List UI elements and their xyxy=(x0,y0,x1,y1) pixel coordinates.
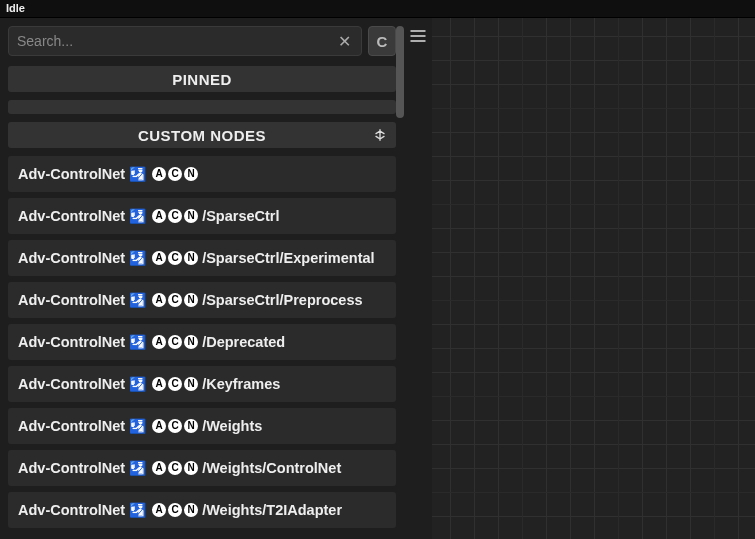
search-row: ✕ C xyxy=(8,26,396,56)
badge-circle: N xyxy=(184,293,198,307)
titlebar: Idle xyxy=(0,0,755,18)
section-custom-label: CUSTOM NODES xyxy=(138,127,266,144)
badge-circle: A xyxy=(152,251,166,265)
node-badges: ACN xyxy=(152,251,198,265)
sidebar: ✕ C PINNED CUSTOM NODES Adv-ControlNet🛂A… xyxy=(0,18,404,539)
node-badges: ACN xyxy=(152,377,198,391)
badge-circle: N xyxy=(184,209,198,223)
node-prefix: Adv-ControlNet xyxy=(18,376,125,392)
node-badges: ACN xyxy=(152,293,198,307)
node-suffix: /Keyframes xyxy=(202,376,280,392)
badge-circle: N xyxy=(184,251,198,265)
search-box[interactable]: ✕ xyxy=(8,26,362,56)
node-prefix: Adv-ControlNet xyxy=(18,250,125,266)
node-item[interactable]: Adv-ControlNet🛂ACN/Weights xyxy=(8,408,396,444)
collapse-label: C xyxy=(377,33,388,50)
badge-circle: C xyxy=(168,461,182,475)
passport-control-icon: 🛂 xyxy=(129,166,146,182)
node-suffix: /SparseCtrl/Preprocess xyxy=(202,292,362,308)
badge-circle: N xyxy=(184,335,198,349)
badge-circle: C xyxy=(168,503,182,517)
badge-circle: N xyxy=(184,419,198,433)
node-suffix: /SparseCtrl/Experimental xyxy=(202,250,374,266)
badge-circle: C xyxy=(168,293,182,307)
badge-circle: N xyxy=(184,167,198,181)
badge-circle: C xyxy=(168,167,182,181)
main: ✕ C PINNED CUSTOM NODES Adv-ControlNet🛂A… xyxy=(0,18,755,539)
search-input[interactable] xyxy=(17,33,335,49)
node-item[interactable]: Adv-ControlNet🛂ACN/Weights/T2IAdapter xyxy=(8,492,396,528)
node-badges: ACN xyxy=(152,461,198,475)
badge-circle: N xyxy=(184,461,198,475)
node-item[interactable]: Adv-ControlNet🛂ACN/Keyframes xyxy=(8,366,396,402)
menu-icon[interactable] xyxy=(408,26,428,46)
node-prefix: Adv-ControlNet xyxy=(18,460,125,476)
toolbar-column xyxy=(404,18,432,539)
node-badges: ACN xyxy=(152,209,198,223)
node-badges: ACN xyxy=(152,335,198,349)
badge-circle: N xyxy=(184,503,198,517)
sidebar-scroll: ✕ C PINNED CUSTOM NODES Adv-ControlNet🛂A… xyxy=(0,18,404,539)
badge-circle: C xyxy=(168,209,182,223)
passport-control-icon: 🛂 xyxy=(129,460,146,476)
passport-control-icon: 🛂 xyxy=(129,208,146,224)
passport-control-icon: 🛂 xyxy=(129,292,146,308)
node-suffix: /Weights/ControlNet xyxy=(202,460,341,476)
node-item[interactable]: Adv-ControlNet🛂ACN/SparseCtrl xyxy=(8,198,396,234)
clear-search-icon[interactable]: ✕ xyxy=(335,32,353,50)
node-item[interactable]: Adv-ControlNet🛂ACN/Deprecated xyxy=(8,324,396,360)
status-text: Idle xyxy=(6,2,25,14)
node-list: Adv-ControlNet🛂ACNAdv-ControlNet🛂ACN/Spa… xyxy=(8,156,396,528)
badge-circle: A xyxy=(152,503,166,517)
badge-circle: C xyxy=(168,251,182,265)
section-pinned[interactable]: PINNED xyxy=(8,66,396,92)
passport-control-icon: 🛂 xyxy=(129,250,146,266)
node-item[interactable]: Adv-ControlNet🛂ACN/SparseCtrl/Preprocess xyxy=(8,282,396,318)
node-suffix: /Deprecated xyxy=(202,334,285,350)
badge-circle: A xyxy=(152,377,166,391)
scrollbar-thumb[interactable] xyxy=(396,26,404,118)
badge-circle: A xyxy=(152,293,166,307)
badge-circle: A xyxy=(152,209,166,223)
passport-control-icon: 🛂 xyxy=(129,376,146,392)
badge-circle: A xyxy=(152,461,166,475)
node-badges: ACN xyxy=(152,419,198,433)
node-prefix: Adv-ControlNet xyxy=(18,334,125,350)
passport-control-icon: 🛂 xyxy=(129,418,146,434)
node-prefix: Adv-ControlNet xyxy=(18,502,125,518)
badge-circle: A xyxy=(152,167,166,181)
badge-circle: C xyxy=(168,377,182,391)
node-item[interactable]: Adv-ControlNet🛂ACN/Weights/ControlNet xyxy=(8,450,396,486)
pinned-empty-bar xyxy=(8,100,396,114)
node-suffix: /SparseCtrl xyxy=(202,208,279,224)
node-item[interactable]: Adv-ControlNet🛂ACN xyxy=(8,156,396,192)
node-badges: ACN xyxy=(152,167,198,181)
node-item[interactable]: Adv-ControlNet🛂ACN/SparseCtrl/Experiment… xyxy=(8,240,396,276)
badge-circle: N xyxy=(184,377,198,391)
passport-control-icon: 🛂 xyxy=(129,502,146,518)
badge-circle: A xyxy=(152,419,166,433)
node-prefix: Adv-ControlNet xyxy=(18,418,125,434)
node-suffix: /Weights xyxy=(202,418,262,434)
node-prefix: Adv-ControlNet xyxy=(18,208,125,224)
node-prefix: Adv-ControlNet xyxy=(18,166,125,182)
badge-circle: A xyxy=(152,335,166,349)
section-custom[interactable]: CUSTOM NODES xyxy=(8,122,396,148)
node-prefix: Adv-ControlNet xyxy=(18,292,125,308)
node-badges: ACN xyxy=(152,503,198,517)
badge-circle: C xyxy=(168,335,182,349)
collapse-all-icon[interactable] xyxy=(370,126,390,144)
canvas-grid[interactable] xyxy=(432,18,755,539)
collapse-button[interactable]: C xyxy=(368,26,396,56)
passport-control-icon: 🛂 xyxy=(129,334,146,350)
node-suffix: /Weights/T2IAdapter xyxy=(202,502,342,518)
badge-circle: C xyxy=(168,419,182,433)
section-pinned-label: PINNED xyxy=(172,71,232,88)
